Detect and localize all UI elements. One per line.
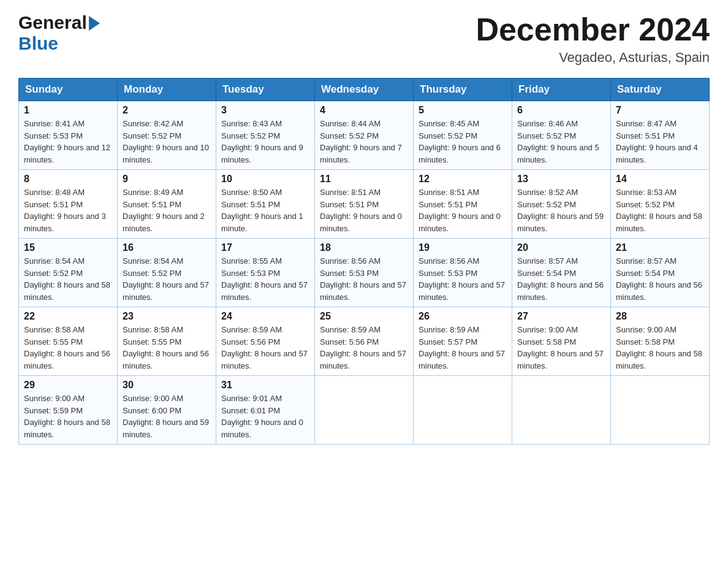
day-info: Sunrise: 8:49 AMSunset: 5:51 PMDaylight:…: [123, 188, 205, 233]
day-number: 3: [221, 105, 309, 116]
month-title: December 2024: [476, 12, 710, 47]
calendar-cell: [414, 376, 512, 445]
calendar-cell: 12 Sunrise: 8:51 AMSunset: 5:51 PMDaylig…: [414, 170, 512, 239]
page-header: General Blue December 2024 Vegadeo, Astu…: [18, 12, 710, 66]
calendar-cell: 16 Sunrise: 8:54 AMSunset: 5:52 PMDaylig…: [118, 239, 216, 307]
calendar-cell: 29 Sunrise: 9:00 AMSunset: 5:59 PMDaylig…: [19, 376, 118, 445]
day-number: 22: [24, 311, 112, 322]
day-info: Sunrise: 8:56 AMSunset: 5:53 PMDaylight:…: [419, 256, 505, 302]
day-number: 14: [616, 174, 704, 185]
weekday-header-row: SundayMondayTuesdayWednesdayThursdayFrid…: [19, 79, 710, 101]
week-row-2: 8 Sunrise: 8:48 AMSunset: 5:51 PMDayligh…: [19, 170, 710, 239]
day-info: Sunrise: 8:52 AMSunset: 5:52 PMDaylight:…: [517, 188, 604, 233]
day-info: Sunrise: 8:57 AMSunset: 5:54 PMDaylight:…: [517, 256, 604, 302]
day-number: 15: [24, 242, 112, 253]
day-info: Sunrise: 9:00 AMSunset: 5:58 PMDaylight:…: [517, 325, 604, 370]
calendar-cell: [611, 376, 710, 445]
weekday-header-friday: Friday: [512, 79, 611, 101]
calendar-table: SundayMondayTuesdayWednesdayThursdayFrid…: [18, 78, 710, 445]
day-number: 20: [517, 242, 605, 253]
day-number: 18: [320, 242, 408, 253]
weekday-header-sunday: Sunday: [19, 79, 118, 101]
day-number: 31: [221, 380, 309, 391]
day-info: Sunrise: 8:54 AMSunset: 5:52 PMDaylight:…: [123, 256, 209, 302]
day-info: Sunrise: 8:47 AMSunset: 5:51 PMDaylight:…: [616, 119, 698, 164]
calendar-cell: 31 Sunrise: 9:01 AMSunset: 6:01 PMDaylig…: [216, 376, 315, 445]
calendar-cell: 30 Sunrise: 9:00 AMSunset: 6:00 PMDaylig…: [118, 376, 216, 445]
location: Vegadeo, Asturias, Spain: [476, 50, 710, 66]
calendar-cell: 6 Sunrise: 8:46 AMSunset: 5:52 PMDayligh…: [512, 101, 611, 170]
day-number: 29: [24, 380, 112, 391]
day-info: Sunrise: 8:59 AMSunset: 5:56 PMDaylight:…: [221, 325, 308, 370]
calendar-cell: 23 Sunrise: 8:58 AMSunset: 5:55 PMDaylig…: [118, 307, 216, 376]
calendar-cell: 15 Sunrise: 8:54 AMSunset: 5:52 PMDaylig…: [19, 239, 118, 307]
calendar-cell: 24 Sunrise: 8:59 AMSunset: 5:56 PMDaylig…: [216, 307, 315, 376]
calendar-cell: 13 Sunrise: 8:52 AMSunset: 5:52 PMDaylig…: [512, 170, 611, 239]
day-info: Sunrise: 8:53 AMSunset: 5:52 PMDaylight:…: [616, 188, 702, 233]
calendar-cell: 5 Sunrise: 8:45 AMSunset: 5:52 PMDayligh…: [414, 101, 512, 170]
logo: General Blue: [18, 12, 100, 54]
calendar-cell: 11 Sunrise: 8:51 AMSunset: 5:51 PMDaylig…: [315, 170, 414, 239]
calendar-cell: 1 Sunrise: 8:41 AMSunset: 5:53 PMDayligh…: [19, 101, 118, 170]
day-info: Sunrise: 8:50 AMSunset: 5:51 PMDaylight:…: [221, 188, 303, 233]
day-number: 4: [320, 105, 408, 116]
day-number: 19: [419, 242, 507, 253]
calendar-cell: 21 Sunrise: 8:57 AMSunset: 5:54 PMDaylig…: [611, 239, 710, 307]
day-number: 8: [24, 174, 112, 185]
calendar-cell: 10 Sunrise: 8:50 AMSunset: 5:51 PMDaylig…: [216, 170, 315, 239]
day-info: Sunrise: 9:00 AMSunset: 6:00 PMDaylight:…: [123, 394, 209, 439]
day-info: Sunrise: 8:56 AMSunset: 5:53 PMDaylight:…: [320, 256, 406, 302]
week-row-3: 15 Sunrise: 8:54 AMSunset: 5:52 PMDaylig…: [19, 239, 710, 307]
day-number: 17: [221, 242, 309, 253]
day-info: Sunrise: 8:51 AMSunset: 5:51 PMDaylight:…: [419, 188, 501, 233]
calendar-cell: 9 Sunrise: 8:49 AMSunset: 5:51 PMDayligh…: [118, 170, 216, 239]
day-info: Sunrise: 8:59 AMSunset: 5:57 PMDaylight:…: [419, 325, 505, 370]
day-number: 13: [517, 174, 605, 185]
weekday-header-saturday: Saturday: [611, 79, 710, 101]
day-info: Sunrise: 8:46 AMSunset: 5:52 PMDaylight:…: [517, 119, 599, 164]
day-info: Sunrise: 8:44 AMSunset: 5:52 PMDaylight:…: [320, 119, 402, 164]
day-info: Sunrise: 8:54 AMSunset: 5:52 PMDaylight:…: [24, 256, 110, 302]
calendar-cell: 22 Sunrise: 8:58 AMSunset: 5:55 PMDaylig…: [19, 307, 118, 376]
day-number: 27: [517, 311, 605, 322]
day-info: Sunrise: 8:55 AMSunset: 5:53 PMDaylight:…: [221, 256, 308, 302]
calendar-cell: 14 Sunrise: 8:53 AMSunset: 5:52 PMDaylig…: [611, 170, 710, 239]
day-info: Sunrise: 8:59 AMSunset: 5:56 PMDaylight:…: [320, 325, 406, 370]
logo-triangle: [89, 16, 100, 31]
day-number: 11: [320, 174, 408, 185]
day-number: 24: [221, 311, 309, 322]
weekday-header-wednesday: Wednesday: [315, 79, 414, 101]
day-info: Sunrise: 8:41 AMSunset: 5:53 PMDaylight:…: [24, 119, 110, 164]
day-info: Sunrise: 9:00 AMSunset: 5:59 PMDaylight:…: [24, 394, 110, 439]
calendar-cell: 19 Sunrise: 8:56 AMSunset: 5:53 PMDaylig…: [414, 239, 512, 307]
day-number: 2: [123, 105, 211, 116]
calendar-cell: 28 Sunrise: 9:00 AMSunset: 5:58 PMDaylig…: [611, 307, 710, 376]
day-number: 1: [24, 105, 112, 116]
calendar-cell: 27 Sunrise: 9:00 AMSunset: 5:58 PMDaylig…: [512, 307, 611, 376]
calendar-cell: 18 Sunrise: 8:56 AMSunset: 5:53 PMDaylig…: [315, 239, 414, 307]
calendar-cell: 25 Sunrise: 8:59 AMSunset: 5:56 PMDaylig…: [315, 307, 414, 376]
day-number: 16: [123, 242, 211, 253]
calendar-cell: 8 Sunrise: 8:48 AMSunset: 5:51 PMDayligh…: [19, 170, 118, 239]
calendar-cell: [512, 376, 611, 445]
calendar-cell: 26 Sunrise: 8:59 AMSunset: 5:57 PMDaylig…: [414, 307, 512, 376]
day-number: 30: [123, 380, 211, 391]
day-number: 7: [616, 105, 704, 116]
week-row-5: 29 Sunrise: 9:00 AMSunset: 5:59 PMDaylig…: [19, 376, 710, 445]
day-info: Sunrise: 8:58 AMSunset: 5:55 PMDaylight:…: [123, 325, 209, 370]
day-number: 25: [320, 311, 408, 322]
calendar-cell: 7 Sunrise: 8:47 AMSunset: 5:51 PMDayligh…: [611, 101, 710, 170]
calendar-cell: 20 Sunrise: 8:57 AMSunset: 5:54 PMDaylig…: [512, 239, 611, 307]
week-row-1: 1 Sunrise: 8:41 AMSunset: 5:53 PMDayligh…: [19, 101, 710, 170]
calendar-cell: 3 Sunrise: 8:43 AMSunset: 5:52 PMDayligh…: [216, 101, 315, 170]
day-info: Sunrise: 8:48 AMSunset: 5:51 PMDaylight:…: [24, 188, 106, 233]
day-info: Sunrise: 8:43 AMSunset: 5:52 PMDaylight:…: [221, 119, 303, 164]
day-number: 6: [517, 105, 605, 116]
day-info: Sunrise: 8:51 AMSunset: 5:51 PMDaylight:…: [320, 188, 402, 233]
weekday-header-monday: Monday: [118, 79, 216, 101]
day-info: Sunrise: 8:45 AMSunset: 5:52 PMDaylight:…: [419, 119, 501, 164]
day-number: 10: [221, 174, 309, 185]
day-number: 5: [419, 105, 507, 116]
calendar-cell: 2 Sunrise: 8:42 AMSunset: 5:52 PMDayligh…: [118, 101, 216, 170]
day-number: 28: [616, 311, 704, 322]
